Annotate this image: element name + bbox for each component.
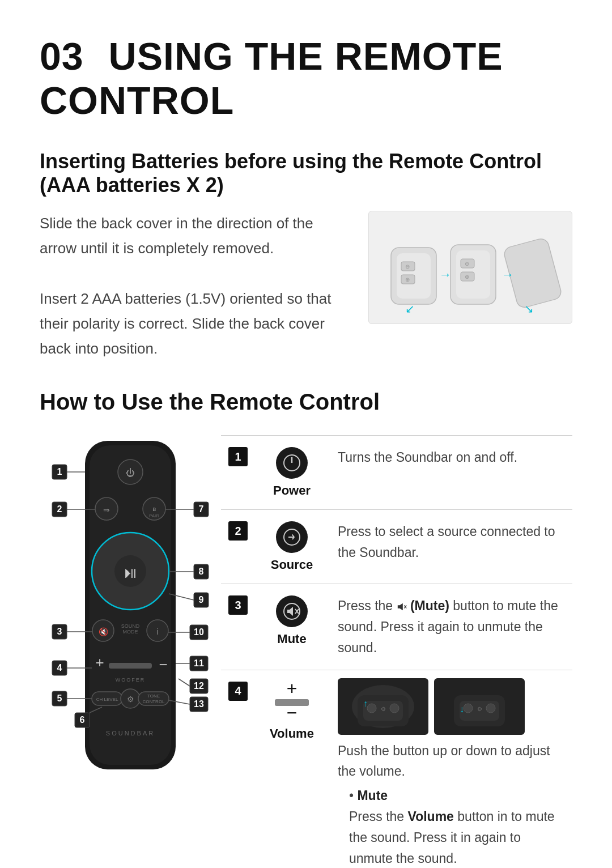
feature-row-power: 1 Power Turns the Soundbar on and off.	[221, 436, 572, 510]
svg-text:↑: ↑	[363, 699, 368, 708]
feature-icon-source: Source	[255, 510, 329, 584]
mute-label: Mute	[277, 632, 306, 646]
svg-rect-36	[109, 663, 152, 669]
svg-text:⊖: ⊖	[405, 263, 410, 270]
svg-point-106	[486, 704, 495, 713]
svg-text:↓: ↓	[460, 704, 464, 714]
svg-text:↘: ↘	[524, 303, 534, 315]
volume-bullet: Mute Press the Volume button in to mute …	[349, 785, 563, 868]
feature-num-3: 3	[221, 584, 255, 669]
battery-section-heading: Inserting Batteries before using the Rem…	[40, 150, 572, 197]
svg-text:⚙: ⚙	[127, 695, 134, 704]
svg-text:⏯: ⏯	[122, 564, 138, 581]
volume-image-1: ⚙ ↑	[338, 678, 428, 735]
feature-desc-volume: ⚙ ↑ ⚙ ↓	[329, 670, 572, 868]
page-title: 03 USING THE REMOTE CONTROL	[40, 34, 572, 122]
svg-text:⊕: ⊕	[405, 276, 410, 283]
volume-main-desc: Push the button up or down to adjust the…	[338, 741, 563, 782]
power-label: Power	[273, 483, 311, 498]
svg-text:1: 1	[57, 467, 62, 476]
source-label: Source	[271, 558, 313, 572]
svg-point-100	[390, 704, 399, 713]
svg-text:9: 9	[199, 595, 204, 605]
svg-text:7: 7	[199, 504, 204, 514]
how-to-heading: How to Use the Remote Control	[40, 389, 572, 415]
volume-label: Volume	[270, 726, 314, 741]
svg-text:CH LEVEL: CH LEVEL	[96, 697, 118, 702]
svg-text:3: 3	[57, 627, 62, 636]
svg-text:TONE: TONE	[147, 693, 160, 699]
battery-section: Slide the back cover in the direction of…	[40, 211, 572, 361]
svg-text:13: 13	[194, 699, 204, 709]
svg-text:MODE: MODE	[123, 629, 138, 635]
feature-num-1: 1	[221, 436, 255, 509]
feature-desc-source: Press to select a source connected to th…	[329, 510, 572, 584]
svg-text:10: 10	[194, 627, 204, 637]
svg-text:🔇: 🔇	[99, 627, 109, 637]
svg-text:→: →	[502, 267, 514, 282]
svg-text:6: 6	[80, 715, 85, 725]
feature-desc-power: Turns the Soundbar on and off.	[329, 436, 572, 509]
feature-desc-mute: Press the (Mute) button to mute the soun…	[329, 584, 572, 669]
svg-text:11: 11	[194, 658, 204, 668]
battery-illustration: ⊖ ⊕ ⊖ ⊕ → → ↙ ↘	[368, 211, 572, 324]
features-table: 1 Power Turns the Soundbar on and off. 2	[221, 435, 572, 868]
svg-text:⚙: ⚙	[381, 706, 386, 712]
svg-point-105	[464, 704, 473, 713]
svg-text:4: 4	[57, 663, 62, 673]
svg-text:5: 5	[57, 693, 62, 703]
mute-icon	[276, 595, 308, 627]
volume-images: ⚙ ↑ ⚙ ↓	[338, 678, 563, 735]
svg-text:ʙ: ʙ	[152, 505, 156, 512]
svg-text:⚙: ⚙	[477, 706, 482, 712]
svg-text:→: →	[439, 267, 452, 282]
svg-marker-93	[397, 603, 402, 611]
svg-text:12: 12	[194, 681, 204, 691]
svg-text:+: +	[95, 654, 104, 671]
svg-text:2: 2	[57, 504, 62, 514]
feature-icon-power: Power	[255, 436, 329, 509]
feature-row-mute: 3 Mute Press the (Mute) button to mute t…	[221, 584, 572, 670]
svg-text:SOUND: SOUND	[121, 623, 140, 629]
svg-marker-90	[287, 607, 293, 616]
feature-num-2: 2	[221, 510, 255, 584]
svg-point-99	[367, 704, 376, 713]
main-content: ⏻ ⇒ ʙ PAIR ⏯ 🔇 SOUND MODE i +	[40, 435, 572, 868]
source-icon	[276, 521, 308, 553]
feature-num-4: 4	[221, 670, 255, 712]
svg-text:↙: ↙	[405, 303, 415, 315]
svg-text:i: i	[156, 627, 158, 636]
svg-text:⏻: ⏻	[126, 468, 135, 478]
feature-row-source: 2 Source Press to select a source connec…	[221, 510, 572, 584]
volume-image-2: ⚙ ↓	[434, 678, 525, 735]
svg-text:⊖: ⊖	[465, 261, 469, 267]
remote-illustration: ⏻ ⇒ ʙ PAIR ⏯ 🔇 SOUND MODE i +	[40, 435, 221, 813]
svg-text:8: 8	[199, 567, 204, 576]
feature-row-volume: 4 + − Volume	[221, 670, 572, 868]
svg-text:SOUNDBAR: SOUNDBAR	[106, 730, 155, 737]
battery-text: Slide the back cover in the direction of…	[40, 211, 346, 361]
svg-text:⇒: ⇒	[103, 505, 110, 514]
feature-icon-mute: Mute	[255, 584, 329, 669]
svg-text:CONTROL: CONTROL	[142, 699, 165, 704]
svg-text:WOOFER: WOOFER	[116, 677, 146, 683]
svg-text:⊕: ⊕	[465, 274, 469, 280]
svg-line-82	[178, 679, 190, 686]
power-icon	[276, 447, 308, 479]
feature-icon-volume: + − Volume	[255, 670, 329, 752]
svg-text:PAIR: PAIR	[149, 513, 159, 518]
svg-text:−: −	[159, 656, 167, 673]
